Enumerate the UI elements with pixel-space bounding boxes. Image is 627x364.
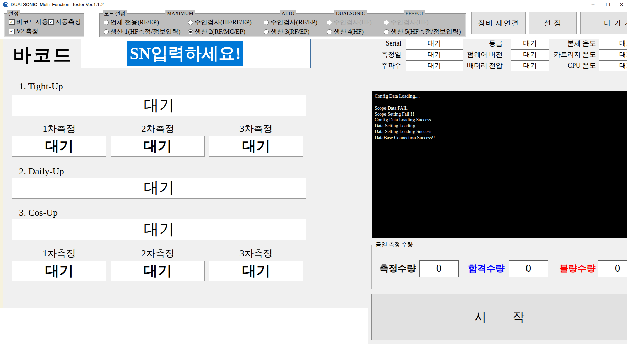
status-label-grade: 등급: [445, 38, 503, 49]
window-edge-strip: [0, 39, 3, 308]
app-icon: [3, 2, 8, 7]
radio-icon[interactable]: [104, 29, 109, 34]
checkbox-icon[interactable]: ✓: [9, 19, 15, 25]
status-label-cpu-temp: CPU 온도: [539, 60, 596, 71]
measured-count-label: 측정수량: [379, 260, 416, 276]
measured-count-value: 0: [419, 260, 459, 277]
measure3-label: 3차측정: [222, 123, 290, 134]
fail-count-label: 불량수량: [559, 260, 596, 276]
section-title-cos-up: 3. Cos-Up: [19, 207, 58, 218]
daily-up-result-box: 대기: [12, 178, 306, 199]
status-label-measure-date: 측정일: [344, 49, 401, 60]
cos-up-measure3-box: 대기: [209, 261, 303, 281]
measure3-label: 3차측정: [222, 248, 290, 259]
daily-count-group-label: 금일 측정 수량: [374, 242, 415, 248]
settings-button[interactable]: 설 정: [529, 12, 577, 34]
settings-groupbox: 설정 ✓ 바코드사용 ✓ 자동측정 ✓ V2 측정: [4, 13, 84, 37]
mode-column-header-maximum: MAXIMUM: [165, 10, 195, 17]
tight-up-measure3-box: 대기: [209, 136, 303, 157]
measure2-label: 2차측정: [124, 248, 192, 259]
pass-count-value: 0: [509, 260, 548, 277]
radio-icon-disabled: [384, 20, 389, 25]
cos-up-result-box: 대기: [12, 219, 306, 240]
checkbox-label: 바코드사용: [16, 19, 48, 25]
radio-icon-disabled: [327, 20, 332, 25]
status-label-cartridge-temp: 카트리지 온도: [539, 49, 596, 60]
settings-group-label: 설정: [7, 10, 20, 17]
mode-group-label: 모드 설정: [103, 10, 127, 17]
checkbox-icon[interactable]: ✓: [48, 19, 54, 25]
barcode-input[interactable]: SN입력하세요!: [81, 39, 311, 68]
cos-up-measure1-box: 대기: [12, 261, 106, 281]
measure2-label: 2차측정: [124, 123, 192, 134]
section-title-tight-up: 1. Tight-Up: [19, 81, 63, 92]
console-line: DataBase Connection Success!!: [375, 135, 627, 141]
tight-up-result-box: 대기: [12, 95, 306, 116]
mode-column-header-dualsonic: DUALSONIC: [334, 10, 367, 17]
mode-column-header-effect: EFFECT: [404, 10, 425, 17]
status-value-cartridge-temp: 대기: [599, 49, 627, 60]
status-value-body-temp: 대기: [599, 38, 627, 49]
console-line: Data Setting Loading....: [375, 123, 627, 129]
app-window: DUALSONIC_Multi_Function_Tester Ver.1.1.…: [0, 0, 627, 364]
exit-button[interactable]: 나 가 기: [580, 12, 627, 34]
log-console[interactable]: Config Data Loading.... Scope Data:FAIL …: [372, 91, 627, 238]
section-title-daily-up: 2. Daily-Up: [19, 166, 64, 177]
cos-up-measure2-box: 대기: [111, 261, 205, 281]
console-line: Data Setting Loading Success: [375, 129, 627, 135]
measure1-label: 1차측정: [25, 248, 93, 259]
radio-icon[interactable]: [384, 29, 389, 34]
device-reconnect-button[interactable]: 장비 재연결: [471, 12, 526, 34]
close-button[interactable]: ✕: [616, 0, 627, 9]
status-label-serial: Serial: [344, 38, 401, 49]
window-title: DUALSONIC_Multi_Function_Tester Ver.1.1.…: [11, 0, 104, 9]
radio-icon[interactable]: [264, 29, 269, 34]
radio-icon[interactable]: [327, 29, 332, 34]
fail-count-value: 0: [598, 260, 627, 277]
console-line: [375, 99, 627, 105]
barcode-input-selected-text: SN입력하세요!: [127, 41, 243, 66]
checkbox-label: V2 측정: [16, 28, 38, 35]
status-label-firmware: 펌웨어 버전: [445, 49, 503, 60]
console-line: Scope Data:FAIL: [375, 105, 627, 111]
radio-icon[interactable]: [188, 20, 193, 25]
console-line: Config Data Loading....: [375, 93, 627, 99]
pass-count-label: 합격수량: [468, 260, 505, 276]
radio-icon-selected[interactable]: [188, 29, 193, 34]
barcode-label: 바코드: [13, 44, 77, 65]
console-line: Scope Setting Fail!!!: [375, 111, 627, 117]
measure1-label: 1차측정: [25, 123, 93, 134]
radio-icon[interactable]: [104, 20, 109, 25]
status-label-battery: 배터리 전압: [445, 60, 503, 71]
maximize-button[interactable]: ❐: [601, 0, 616, 9]
title-bar: DUALSONIC_Multi_Function_Tester Ver.1.1.…: [0, 0, 627, 9]
checkbox-label: 자동측정: [55, 19, 81, 25]
minimize-button[interactable]: ─: [586, 0, 600, 9]
tight-up-measure2-box: 대기: [111, 136, 205, 157]
mode-column-header-alto: ALTO: [280, 10, 296, 17]
checkbox-icon[interactable]: ✓: [9, 29, 15, 34]
mode-groupbox: 모드 설정 MAXIMUM ALTO DUALSONIC EFFECT 업체 전…: [99, 13, 466, 37]
radio-icon[interactable]: [264, 20, 269, 25]
console-line: Config Data Loading Success: [375, 117, 627, 123]
status-value-cpu-temp: 대기: [599, 60, 627, 71]
status-label-body-temp: 본체 온도: [539, 38, 596, 49]
tight-up-measure1-box: 대기: [12, 136, 106, 157]
start-button[interactable]: 시 작: [371, 294, 627, 340]
status-label-frequency: 주파수: [344, 60, 401, 71]
